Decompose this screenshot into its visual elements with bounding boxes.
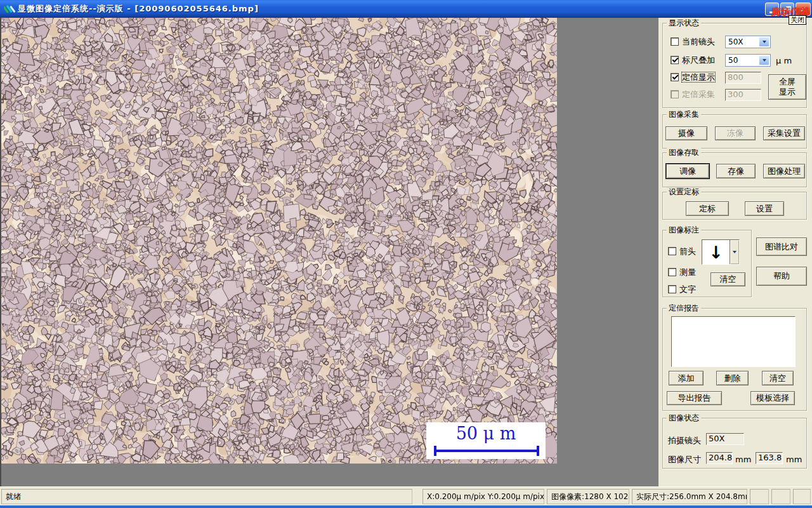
group-display-status-title: 显示状态 — [667, 18, 701, 27]
status-actual-size: 实际尺寸:256.0mm X 204.8mm — [632, 489, 747, 504]
checkbox-box — [668, 285, 676, 293]
clear-annotation-button[interactable]: 清空 — [710, 272, 745, 286]
group-storage: 图像存取 调像 存像 图像处理 — [662, 152, 807, 187]
close-tooltip: 关闭 — [789, 15, 806, 25]
group-annotation-title: 图像标注 — [667, 225, 701, 234]
current-lens-checkbox[interactable]: 当前镜头 — [671, 36, 715, 46]
group-image-status-title: 图像状态 — [667, 413, 701, 422]
arrow-checkbox[interactable]: 箭头 — [668, 246, 696, 256]
checkbox-label: 当前镜头 — [682, 37, 715, 46]
report-add-button[interactable]: 添加 — [669, 371, 704, 385]
micrograph-image[interactable] — [1, 18, 557, 464]
combo-value: 50 — [726, 55, 758, 65]
current-lens-combo[interactable]: 50X — [725, 36, 771, 48]
checkbox-box — [671, 56, 679, 64]
help-button[interactable]: 帮助 — [756, 267, 807, 286]
micrograph-viewport: 50 μ m — [1, 18, 557, 464]
group-display-status: 显示状态 当前镜头 50X 标尺叠加 50 μ m — [662, 23, 807, 108]
image-process-button[interactable]: 图像处理 — [763, 164, 805, 178]
group-capture-title: 图像采集 — [667, 110, 701, 119]
image-size-label: 图像尺寸 — [668, 454, 701, 465]
image-height-field: 163.8 — [756, 452, 783, 464]
status-pixel-scale: X:0.200μ m/pix Y:0.200μ m/pix — [422, 489, 544, 504]
ruler-unit-label: μ m — [776, 56, 792, 65]
checkbox-box — [668, 247, 676, 255]
calibrate-button[interactable]: 定标 — [686, 201, 729, 216]
chevron-down-icon[interactable] — [759, 55, 769, 65]
export-report-button[interactable]: 导出报告 — [667, 391, 722, 405]
load-image-button[interactable]: 调像 — [666, 164, 709, 178]
group-calibration-title: 设置定标 — [667, 187, 701, 196]
checkbox-box — [671, 73, 679, 81]
arrow-style-combo[interactable]: ↓ — [702, 239, 740, 265]
group-image-status: 图像状态 拍摄镜头 50X 图像尺寸 204.8 mm 163.8 mm — [662, 418, 807, 469]
group-report: 定倍报告 添加 删除 清空 导出报告 模板选择 — [662, 308, 807, 411]
fixed-display-checkbox[interactable]: 定倍显示 — [671, 72, 715, 82]
status-image-pixels: 图像像素:1280 X 1024 — [547, 489, 629, 504]
width-unit-label: mm — [735, 455, 751, 464]
measure-checkbox[interactable]: 测量 — [668, 267, 696, 277]
app-icon — [4, 3, 15, 15]
status-empty-2 — [771, 489, 790, 504]
chevron-down-icon[interactable] — [730, 240, 739, 264]
checkbox-label: 文字 — [679, 284, 696, 294]
scale-bar-label: 50 μ m — [426, 422, 546, 445]
scale-bar-overlay: 50 μ m — [426, 422, 546, 459]
app-window: 显微图像定倍系统--演示版 - [20090602055646.bmp] ✕ 廊… — [0, 0, 812, 508]
height-unit-label: mm — [786, 455, 802, 464]
report-clear-button[interactable]: 清空 — [762, 371, 794, 385]
chevron-down-icon[interactable] — [759, 37, 769, 47]
scale-bar-tick-right — [537, 446, 539, 456]
ruler-value-combo[interactable]: 50 — [725, 54, 771, 67]
fixed-capture-input[interactable]: 300 — [725, 89, 761, 101]
fixed-display-input[interactable]: 800 — [725, 72, 761, 84]
checkbox-box — [671, 90, 679, 98]
window-title: 显微图像定倍系统--演示版 - [20090602055646.bmp] — [18, 0, 259, 17]
checkbox-label: 箭头 — [679, 246, 696, 256]
status-empty-1 — [750, 489, 769, 504]
checkbox-label: 标尺叠加 — [682, 55, 715, 65]
freeze-button: 冻像 — [715, 126, 756, 140]
control-panel: 显示状态 当前镜头 50X 标尺叠加 50 μ m — [658, 18, 812, 486]
checkbox-label: 定倍采集 — [682, 90, 715, 99]
save-image-button[interactable]: 存像 — [716, 164, 756, 178]
group-annotation: 图像标注 箭头 ↓ 测量 文字 清空 — [662, 230, 752, 297]
group-capture: 图像采集 摄像 冻像 采集设置 — [662, 114, 807, 149]
combo-value: 50X — [726, 37, 758, 47]
ruler-overlay-checkbox[interactable]: 标尺叠加 — [671, 55, 715, 65]
status-bar: 就绪 X:0.200μ m/pix Y:0.200μ m/pix 图像像素:12… — [0, 486, 812, 505]
image-width-field: 204.8 — [706, 452, 733, 464]
fixed-capture-checkbox[interactable]: 定倍采集 — [671, 89, 715, 99]
checkbox-label: 测量 — [679, 267, 696, 277]
checkbox-box — [668, 268, 676, 276]
template-select-button[interactable]: 模板选择 — [750, 391, 795, 405]
report-delete-button[interactable]: 删除 — [716, 371, 749, 385]
down-arrow-icon: ↓ — [702, 240, 730, 264]
client-area: 50 μ m 显示状态 当前镜头 50X — [0, 18, 812, 486]
scale-bar-tick-left — [434, 446, 436, 456]
atlas-compare-button[interactable]: 图谱比对 — [756, 237, 807, 256]
status-empty-3 — [793, 489, 811, 504]
scale-bar-line — [434, 450, 539, 452]
report-listbox[interactable] — [671, 316, 796, 367]
shoot-button[interactable]: 摄像 — [665, 126, 707, 140]
calib-settings-button[interactable]: 设置 — [745, 201, 784, 216]
checkbox-label: 定倍显示 — [682, 72, 715, 82]
fullscreen-button[interactable]: 全屏显示 — [768, 74, 806, 100]
group-storage-title: 图像存取 — [667, 148, 701, 157]
group-report-title: 定倍报告 — [667, 304, 701, 312]
checkbox-box — [671, 37, 679, 46]
group-calibration: 设置定标 定标 设置 — [662, 192, 807, 220]
window-bottom-border — [0, 505, 812, 508]
lens-label: 拍摄镜头 — [668, 435, 701, 446]
lens-value-field: 50X — [706, 433, 744, 445]
status-ready: 就绪 — [1, 489, 412, 504]
capture-settings-button[interactable]: 采集设置 — [763, 126, 805, 140]
titlebar[interactable]: 显微图像定倍系统--演示版 - [20090602055646.bmp] ✕ — [0, 0, 812, 18]
text-checkbox[interactable]: 文字 — [668, 284, 696, 294]
